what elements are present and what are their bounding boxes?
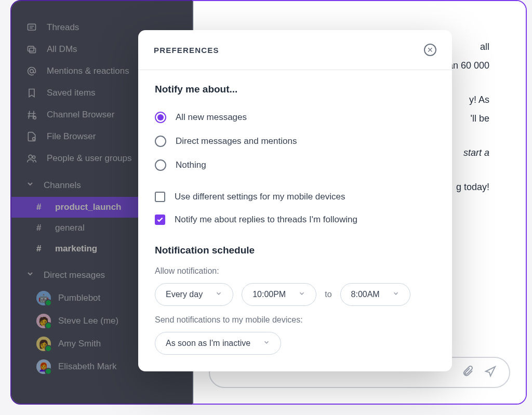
close-button[interactable]: ✕ xyxy=(424,44,436,56)
section-label: Direct mesages xyxy=(44,270,105,280)
schedule-heading: Notification schedule xyxy=(155,245,435,256)
file-browser-icon xyxy=(26,131,37,142)
notify-heading: Notify me about... xyxy=(155,84,435,95)
close-icon: ✕ xyxy=(427,46,433,54)
svg-rect-3 xyxy=(28,46,34,51)
checkbox-label: Use different settings for my mobile dev… xyxy=(175,192,345,202)
svg-point-5 xyxy=(30,70,34,73)
mobile-timing-select[interactable]: As soon as I'm inactive xyxy=(155,332,281,355)
sidebar-item-label: Saved items xyxy=(47,88,96,98)
radio-label: All new messages xyxy=(176,112,247,123)
sidebar-item-label: People & user groups xyxy=(47,153,132,164)
channel-label: general xyxy=(55,223,85,233)
svg-point-10 xyxy=(33,116,36,119)
msg-text: g today! xyxy=(456,182,489,192)
chevron-down-icon xyxy=(215,290,222,299)
chevron-down-icon xyxy=(263,339,270,348)
sidebar-item-label: All DMs xyxy=(47,44,77,55)
radio-all-new-messages[interactable]: All new messages xyxy=(155,105,435,129)
dm-label: Pumblebot xyxy=(58,293,100,303)
preferences-modal: PREFERENCES ✕ Notify me about... All new… xyxy=(138,30,452,371)
msg-text: y! As xyxy=(469,95,489,105)
sidebar-item-label: Threads xyxy=(47,22,79,33)
chevron-down-icon xyxy=(26,180,34,191)
hash-icon: # xyxy=(36,244,46,254)
radio-icon xyxy=(155,112,166,123)
dm-label: Amy Smith xyxy=(58,339,101,349)
radio-nothing[interactable]: Nothing xyxy=(155,153,435,177)
select-value: As soon as I'm inactive xyxy=(166,339,250,348)
avatar: 🧑 xyxy=(36,314,51,328)
threads-icon xyxy=(26,22,37,33)
hash-icon: # xyxy=(36,223,46,233)
mobile-notifications-label: Send notifications to my mobile devices: xyxy=(155,315,435,325)
channel-label: product_launch xyxy=(55,202,122,212)
channel-label: marketing xyxy=(55,244,97,254)
attachment-icon[interactable] xyxy=(461,365,474,380)
hash-icon: # xyxy=(36,202,46,212)
msg-text: start a xyxy=(463,148,489,158)
select-value: 8:00AM xyxy=(351,290,380,299)
svg-point-12 xyxy=(29,155,32,158)
dm-label: Steve Lee (me) xyxy=(58,316,118,326)
checkbox-icon xyxy=(155,215,165,225)
radio-label: Nothing xyxy=(176,160,206,170)
msg-text: an 60 000 xyxy=(448,60,489,71)
channel-browser-icon xyxy=(26,109,37,121)
radio-dms-mentions[interactable]: Direct messages and mentions xyxy=(155,129,435,153)
radio-icon xyxy=(155,136,166,147)
bookmark-icon xyxy=(26,87,37,99)
people-icon xyxy=(26,153,37,164)
radio-label: Direct messages and mentions xyxy=(176,136,297,146)
modal-title: PREFERENCES xyxy=(154,46,219,55)
svg-rect-0 xyxy=(28,24,36,30)
section-label: Channels xyxy=(44,180,81,191)
schedule-day-select[interactable]: Every day xyxy=(155,283,233,306)
checkbox-mobile-settings[interactable]: Use different settings for my mobile dev… xyxy=(155,185,435,208)
select-value: 10:00PM xyxy=(252,290,286,299)
checkbox-thread-replies[interactable]: Notify me about replies to threads I'm f… xyxy=(155,208,435,231)
sidebar-item-label: Mentions & reactions xyxy=(47,66,129,76)
chevron-down-icon xyxy=(298,290,305,299)
avatar: 👩 xyxy=(36,337,51,351)
sidebar-item-label: File Browser xyxy=(47,131,96,142)
dms-icon xyxy=(26,44,37,55)
schedule-end-select[interactable]: 8:00AM xyxy=(340,283,410,306)
chevron-down-icon xyxy=(26,270,34,280)
chevron-down-icon xyxy=(392,290,400,299)
avatar: 👩‍🦰 xyxy=(36,359,51,374)
avatar: 🤖 xyxy=(36,291,51,305)
to-label: to xyxy=(325,290,331,299)
mentions-icon xyxy=(26,65,37,77)
msg-text: 'll be xyxy=(471,113,489,124)
svg-rect-4 xyxy=(30,48,36,53)
send-icon[interactable] xyxy=(484,365,497,380)
msg-text: all xyxy=(480,42,489,52)
svg-point-13 xyxy=(33,156,35,158)
checkbox-label: Notify me about replies to threads I'm f… xyxy=(175,215,357,225)
select-value: Every day xyxy=(166,290,203,299)
allow-notification-label: Allow notification: xyxy=(155,266,435,276)
svg-line-6 xyxy=(29,111,30,119)
svg-point-11 xyxy=(33,138,35,140)
sidebar-item-label: Channel Browser xyxy=(47,110,114,120)
dm-label: Elisabeth Mark xyxy=(58,362,116,372)
radio-icon xyxy=(155,159,166,171)
schedule-start-select[interactable]: 10:00PM xyxy=(242,283,316,306)
checkbox-icon xyxy=(155,192,165,202)
